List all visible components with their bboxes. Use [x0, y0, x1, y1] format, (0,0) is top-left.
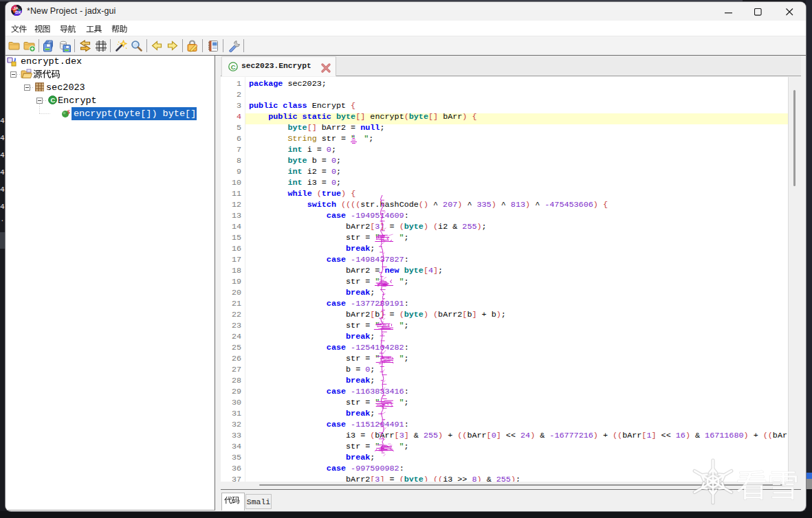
svg-text:S: S: [67, 109, 70, 115]
svg-text:DX: DX: [15, 10, 21, 14]
svg-text:JA: JA: [13, 6, 19, 10]
svg-text:C: C: [50, 96, 55, 104]
svg-text:C: C: [231, 63, 236, 71]
